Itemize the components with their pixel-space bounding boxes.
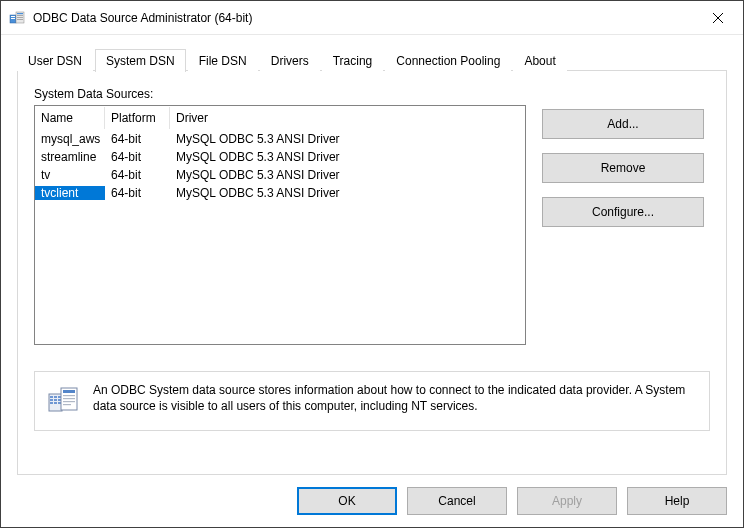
listview-row[interactable]: mysql_aws 64-bit MySQL ODBC 5.3 ANSI Dri… [35, 130, 525, 148]
app-icon [9, 10, 25, 26]
svg-rect-12 [54, 396, 57, 398]
svg-rect-25 [63, 404, 71, 405]
info-box: An ODBC System data source stores inform… [34, 371, 710, 431]
tab-file-dsn[interactable]: File DSN [188, 50, 258, 71]
svg-rect-18 [54, 402, 57, 404]
configure-button[interactable]: Configure... [542, 197, 704, 227]
svg-rect-22 [63, 395, 75, 396]
svg-rect-17 [50, 402, 53, 404]
row-name: streamline [35, 150, 105, 164]
row-driver: MySQL ODBC 5.3 ANSI Driver [170, 132, 525, 146]
close-icon [713, 13, 723, 23]
help-button[interactable]: Help [627, 487, 727, 515]
svg-rect-23 [63, 398, 75, 399]
datasource-icon [47, 384, 79, 416]
svg-rect-21 [63, 390, 75, 393]
svg-rect-14 [50, 399, 53, 401]
svg-rect-24 [63, 401, 75, 402]
svg-rect-7 [17, 19, 23, 20]
info-text: An ODBC System data source stores inform… [93, 382, 697, 414]
listview-header: Name Platform Driver [35, 106, 525, 130]
svg-rect-1 [11, 16, 15, 17]
row-driver: MySQL ODBC 5.3 ANSI Driver [170, 150, 525, 164]
tab-user-dsn[interactable]: User DSN [17, 50, 93, 71]
svg-rect-6 [17, 17, 23, 18]
col-name[interactable]: Name [35, 107, 105, 129]
tab-connection-pooling[interactable]: Connection Pooling [385, 50, 511, 71]
col-platform[interactable]: Platform [105, 107, 170, 129]
col-driver[interactable]: Driver [170, 107, 525, 129]
svg-rect-4 [17, 13, 23, 14]
tab-system-dsn[interactable]: System DSN [95, 49, 186, 72]
tab-panel: System Data Sources: Name Platform Drive… [17, 71, 727, 475]
svg-rect-2 [11, 18, 15, 19]
tab-drivers[interactable]: Drivers [260, 50, 320, 71]
odbc-admin-window: ODBC Data Source Administrator (64-bit) … [0, 0, 744, 528]
svg-rect-11 [50, 396, 53, 398]
row-platform: 64-bit [105, 186, 170, 200]
listview-row[interactable]: streamline 64-bit MySQL ODBC 5.3 ANSI Dr… [35, 148, 525, 166]
row-driver: MySQL ODBC 5.3 ANSI Driver [170, 186, 525, 200]
row-platform: 64-bit [105, 168, 170, 182]
cancel-button[interactable]: Cancel [407, 487, 507, 515]
tab-about[interactable]: About [513, 50, 566, 71]
listview-row-selected[interactable]: tvclient 64-bit MySQL ODBC 5.3 ANSI Driv… [35, 184, 525, 202]
row-platform: 64-bit [105, 132, 170, 146]
tabstrip: User DSN System DSN File DSN Drivers Tra… [17, 49, 727, 71]
row-driver: MySQL ODBC 5.3 ANSI Driver [170, 168, 525, 182]
data-sources-label: System Data Sources: [34, 87, 710, 101]
row-name: mysql_aws [35, 132, 105, 146]
row-name: tv [35, 168, 105, 182]
row-platform: 64-bit [105, 150, 170, 164]
content: User DSN System DSN File DSN Drivers Tra… [1, 35, 743, 475]
ok-button[interactable]: OK [297, 487, 397, 515]
titlebar-title: ODBC Data Source Administrator (64-bit) [33, 11, 252, 25]
listview-row[interactable]: tv 64-bit MySQL ODBC 5.3 ANSI Driver [35, 166, 525, 184]
footer: OK Cancel Apply Help [1, 475, 743, 527]
row-name: tvclient [35, 186, 105, 200]
close-button[interactable] [695, 3, 741, 33]
titlebar: ODBC Data Source Administrator (64-bit) [1, 1, 743, 35]
svg-rect-15 [54, 399, 57, 401]
add-button[interactable]: Add... [542, 109, 704, 139]
remove-button[interactable]: Remove [542, 153, 704, 183]
apply-button: Apply [517, 487, 617, 515]
action-buttons: Add... Remove Configure... [542, 105, 704, 227]
data-sources-listview[interactable]: Name Platform Driver mysql_aws 64-bit My… [34, 105, 526, 345]
tab-tracing[interactable]: Tracing [322, 50, 384, 71]
listview-body: mysql_aws 64-bit MySQL ODBC 5.3 ANSI Dri… [35, 130, 525, 202]
svg-rect-5 [17, 15, 23, 16]
